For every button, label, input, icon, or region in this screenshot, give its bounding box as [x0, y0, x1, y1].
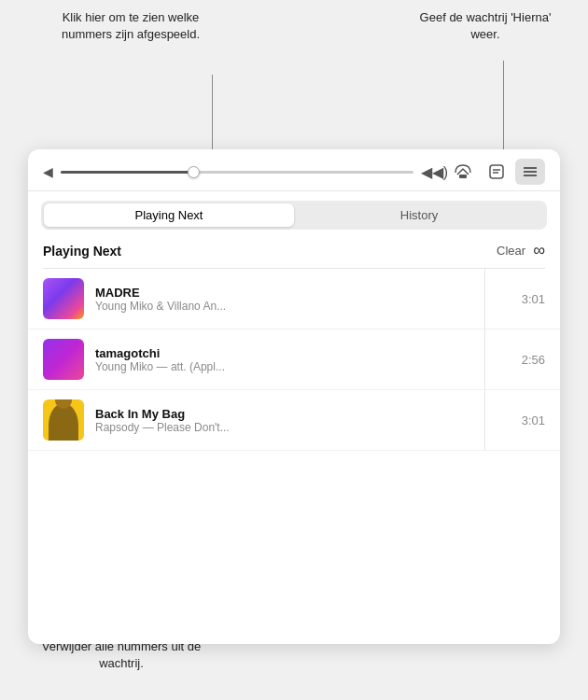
- song-title-back: Back In My Bag: [95, 407, 503, 421]
- song-title-madre: MADRE: [95, 286, 503, 300]
- queue-button[interactable]: [515, 159, 545, 185]
- song-artist-madre: Young Miko & Villano An...: [95, 300, 503, 313]
- volume-thumb[interactable]: [188, 166, 200, 178]
- song-duration-back: 3:01: [514, 413, 545, 427]
- queue-icon: [522, 163, 539, 180]
- person-silhouette: [49, 403, 78, 441]
- tab-bar: Playing Next History: [41, 201, 547, 230]
- song-artist-back: Rapsody — Please Don't...: [95, 421, 503, 434]
- right-icons: [448, 159, 545, 185]
- tab-playing-next[interactable]: Playing Next: [44, 203, 294, 227]
- song-item-tamagotchi[interactable]: tamagotchi Young Miko — att. (Appl... 2:…: [28, 329, 560, 390]
- airplay-button[interactable]: [448, 159, 478, 185]
- song-item-madre[interactable]: MADRE Young Miko & Villano An... 3:01: [28, 269, 560, 329]
- song-duration-tamagotchi: 2:56: [514, 353, 545, 367]
- volume-high-icon: ◀◀): [421, 163, 448, 181]
- tab-history[interactable]: History: [294, 203, 544, 227]
- volume-section: ◀ ◀◀): [43, 163, 448, 181]
- svg-rect-0: [459, 175, 467, 178]
- person-head: [55, 399, 72, 409]
- song-duration-madre: 3:01: [514, 292, 545, 306]
- song-info-tamagotchi: tamagotchi Young Miko — att. (Appl...: [95, 346, 503, 373]
- song-artist-tamagotchi: Young Miko — att. (Appl...: [95, 360, 503, 373]
- top-controls: ◀ ◀◀): [28, 149, 560, 191]
- svg-rect-1: [490, 165, 503, 178]
- volume-low-icon: ◀: [43, 164, 53, 179]
- volume-track[interactable]: [61, 171, 413, 174]
- main-panel: ◀ ◀◀): [28, 149, 560, 644]
- song-info-madre: MADRE Young Miko & Villano An...: [95, 286, 503, 313]
- section-actions: Clear ∞: [497, 241, 545, 260]
- song-info-back: Back In My Bag Rapsody — Please Don't...: [95, 407, 503, 434]
- section-title: Playing Next: [43, 244, 121, 259]
- song-list: MADRE Young Miko & Villano An... 3:01 ta…: [28, 269, 560, 451]
- volume-fill: [61, 171, 195, 174]
- callout-history: Klik hier om te zien welke nummers zijn …: [47, 9, 215, 43]
- lyrics-button[interactable]: [482, 159, 511, 185]
- section-header: Playing Next Clear ∞: [28, 230, 560, 268]
- album-art-tamagotchi: [43, 339, 84, 380]
- lyrics-icon: [488, 163, 505, 180]
- album-art-back: [43, 399, 84, 441]
- song-item-back-in-my-bag[interactable]: Back In My Bag Rapsody — Please Don't...…: [28, 390, 560, 451]
- song-title-tamagotchi: tamagotchi: [95, 346, 503, 360]
- callout-queue: Geef de wachtrij 'Hierna' weer.: [411, 9, 560, 43]
- album-art-madre: [43, 278, 84, 319]
- airplay-icon: [455, 163, 471, 180]
- clear-button[interactable]: Clear: [497, 244, 525, 258]
- infinity-icon[interactable]: ∞: [533, 241, 545, 260]
